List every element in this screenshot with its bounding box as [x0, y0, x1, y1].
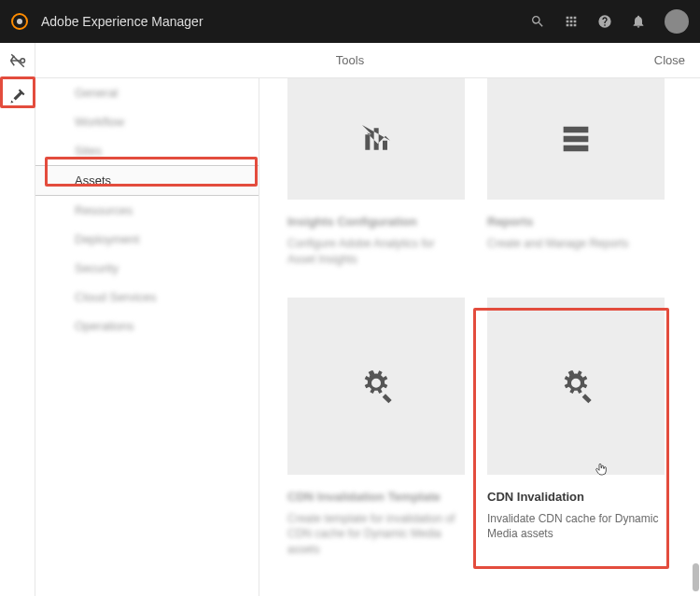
search-icon[interactable]	[530, 14, 545, 29]
subheader-title: Tools	[336, 43, 364, 78]
card-title: CDN Invalidation	[487, 490, 665, 504]
card-title: Insights Configuration	[287, 215, 465, 229]
sidebar: General Workflow Sites Assets Resources …	[35, 78, 259, 596]
card-reports[interactable]: Reports Create and Manage Reports	[487, 78, 665, 268]
sidebar-item-operations[interactable]: Operations	[35, 312, 259, 340]
gears-edit-icon	[557, 367, 595, 405]
card-title: CDN Invalidation Template	[287, 490, 465, 504]
card-desc: Create and Manage Reports	[487, 236, 665, 252]
help-icon[interactable]	[597, 14, 612, 29]
card-desc: Create template for invalidation of CDN …	[287, 511, 465, 558]
card-thumb[interactable]	[287, 78, 465, 200]
card-desc: Invalidate CDN cache for Dynamic Media a…	[487, 511, 665, 543]
sidebar-item-resources[interactable]: Resources	[35, 196, 259, 225]
aem-logo-icon[interactable]	[11, 13, 28, 30]
card-thumb[interactable]	[487, 298, 665, 475]
sidebar-item-workflow[interactable]: Workflow	[35, 107, 259, 136]
sidebar-item-cloud-services[interactable]: Cloud Services	[35, 283, 259, 312]
card-thumb[interactable]	[487, 78, 665, 200]
card-insights-configuration[interactable]: Insights Configuration Configure Adobe A…	[287, 78, 465, 268]
close-button[interactable]: Close	[654, 53, 685, 67]
tools-hammer-icon[interactable]	[0, 78, 35, 114]
report-icon	[557, 120, 595, 158]
sidebar-item-security[interactable]: Security	[35, 254, 259, 283]
card-cdn-invalidation-template[interactable]: CDN Invalidation Template Create templat…	[287, 298, 465, 558]
card-cdn-invalidation[interactable]: CDN Invalidation Invalidate CDN cache fo…	[487, 298, 665, 558]
sidebar-item-general[interactable]: General	[35, 78, 259, 107]
apps-icon[interactable]	[564, 14, 579, 29]
card-thumb[interactable]	[287, 298, 465, 475]
notifications-icon[interactable]	[631, 14, 646, 29]
sidebar-item-deployment[interactable]: Deployment	[35, 225, 259, 254]
main-content: Insights Configuration Configure Adobe A…	[259, 78, 700, 596]
card-desc: Configure Adobe Analytics for Asset Insi…	[287, 236, 465, 268]
app-title: Adobe Experience Manager	[41, 14, 517, 29]
sidebar-item-sites[interactable]: Sites	[35, 136, 259, 165]
user-avatar[interactable]	[665, 9, 689, 34]
scrollbar-indicator[interactable]	[693, 563, 699, 591]
chart-up-icon	[357, 120, 395, 158]
card-title: Reports	[487, 215, 665, 229]
gears-edit-icon	[357, 367, 395, 405]
sidebar-item-assets[interactable]: Assets	[35, 165, 259, 196]
